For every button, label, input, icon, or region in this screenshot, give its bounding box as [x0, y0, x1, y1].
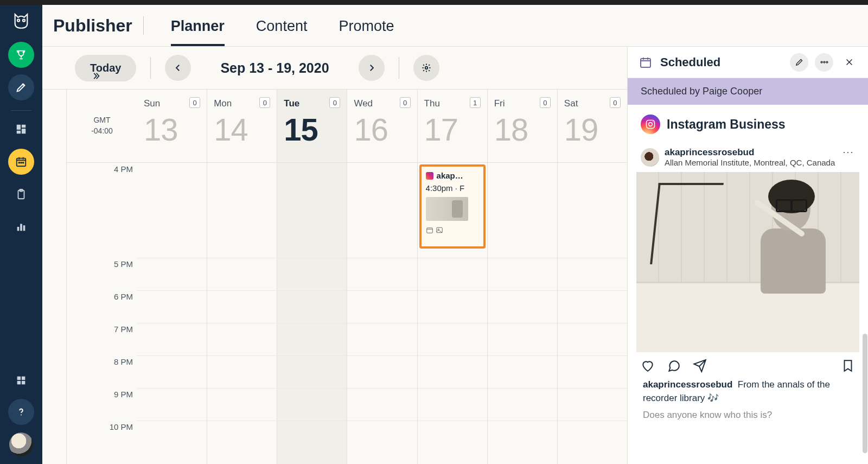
bookmark-icon[interactable] — [841, 359, 855, 375]
more-button[interactable] — [815, 53, 833, 72]
detail-status: Scheduled — [660, 55, 783, 69]
analytics-icon[interactable] — [8, 214, 34, 240]
svg-rect-12 — [17, 227, 20, 231]
svg-rect-2 — [17, 125, 21, 130]
close-button[interactable] — [840, 53, 858, 72]
post-avatar — [641, 148, 659, 167]
prev-week-button[interactable] — [165, 55, 191, 81]
svg-rect-16 — [22, 377, 25, 380]
scheduled-post-card[interactable]: akap… 4:30pm · F — [419, 164, 486, 249]
svg-point-7 — [18, 162, 20, 163]
time-gutter: 4 PM5 PM6 PM7 PM8 PM9 PM10 PM — [66, 163, 137, 464]
svg-point-0 — [17, 19, 20, 21]
instagram-icon — [641, 115, 660, 134]
like-icon[interactable] — [641, 359, 655, 375]
post-caption-line2: Does anyone know who this is? — [636, 410, 859, 434]
day-number: 19 — [564, 112, 621, 147]
post-image — [636, 172, 859, 352]
hour-label: 7 PM — [114, 325, 137, 355]
post-count-badge: 0 — [329, 97, 340, 108]
day-column[interactable]: Tue 15 0 — [277, 90, 347, 464]
svg-rect-21 — [426, 228, 432, 233]
svg-rect-15 — [17, 377, 21, 380]
calendar-mini-icon — [426, 226, 433, 234]
week-grid: Sun 13 0Mon 14 0Tue 15 0Wed 16 0Thu — [137, 90, 627, 464]
svg-point-29 — [649, 123, 653, 126]
day-number: 14 — [214, 112, 270, 147]
image-mini-icon — [436, 226, 443, 234]
event-time: 4:30pm · F — [426, 183, 479, 193]
tab-promote[interactable]: Promote — [339, 6, 394, 46]
svg-rect-4 — [22, 129, 25, 134]
svg-point-8 — [21, 162, 22, 163]
tab-content[interactable]: Content — [256, 6, 308, 46]
post-more-icon[interactable]: ⋮ — [842, 147, 855, 157]
day-number: 13 — [144, 112, 200, 147]
hour-label: 6 PM — [114, 292, 137, 323]
post-count-badge: 0 — [189, 97, 200, 108]
next-week-button[interactable] — [359, 55, 385, 81]
post-location[interactable]: Allan Memorial Institute, Montreal, QC, … — [665, 158, 835, 168]
hour-label: 10 PM — [110, 422, 137, 453]
nav-rail — [0, 5, 42, 464]
scheduled-status-icon — [637, 54, 654, 71]
achievements-icon[interactable] — [8, 42, 34, 68]
day-column[interactable]: Sun 13 0 — [137, 90, 207, 464]
app-header: Publisher Planner Content Promote — [42, 5, 868, 47]
clipboard-icon[interactable] — [8, 181, 34, 207]
owl-logo-icon — [11, 11, 31, 31]
date-range: Sep 13 - 19, 2020 — [220, 60, 329, 76]
svg-rect-24 — [641, 59, 650, 67]
day-column[interactable]: Fri 18 0 — [488, 90, 558, 464]
day-column[interactable]: Sat 19 0 — [558, 90, 627, 464]
svg-point-1 — [23, 19, 25, 21]
scrollbar[interactable] — [863, 334, 867, 453]
tab-planner[interactable]: Planner — [171, 6, 225, 46]
post-count-badge: 0 — [540, 97, 551, 108]
svg-point-20 — [425, 67, 427, 69]
svg-point-19 — [21, 415, 22, 416]
svg-rect-14 — [23, 225, 25, 231]
network-name: Instagram Business — [667, 117, 786, 132]
user-avatar[interactable] — [9, 433, 33, 456]
today-button[interactable]: Today — [75, 55, 136, 81]
post-preview: akaprincessrosebud Allan Memorial Instit… — [636, 143, 859, 434]
day-number: 18 — [494, 112, 551, 147]
event-username: akap… — [437, 171, 479, 180]
expand-sidebar-icon[interactable] — [87, 67, 105, 85]
day-column[interactable]: Wed 16 0 — [347, 90, 417, 464]
post-detail-panel: Scheduled Scheduled by Paige Cooper Inst… — [627, 47, 868, 464]
compose-icon[interactable] — [8, 74, 34, 100]
calendar-toolbar: Today Sep 13 - 19, 2020 — [42, 47, 627, 89]
svg-rect-3 — [22, 125, 25, 128]
streams-icon[interactable] — [8, 116, 34, 142]
hour-label: 4 PM — [114, 164, 137, 258]
svg-rect-28 — [647, 120, 655, 129]
help-icon[interactable] — [8, 399, 34, 425]
apps-icon[interactable] — [8, 367, 34, 393]
post-caption: akaprincessrosebud From the annals of th… — [636, 378, 859, 409]
svg-point-27 — [826, 61, 828, 63]
edit-button[interactable] — [790, 53, 808, 72]
day-number: 15 — [284, 112, 340, 147]
timezone-label: GMT -04:00 — [66, 90, 137, 163]
planner-icon[interactable] — [8, 149, 34, 175]
svg-point-9 — [23, 162, 24, 163]
scheduled-by-row: Scheduled by Paige Cooper — [628, 78, 868, 105]
comment-icon[interactable] — [667, 359, 681, 375]
instagram-icon — [426, 172, 433, 180]
svg-point-30 — [653, 122, 654, 123]
day-column[interactable]: Mon 14 0 — [207, 90, 277, 464]
share-icon[interactable] — [693, 359, 707, 375]
hour-label: 5 PM — [114, 259, 137, 290]
day-column[interactable]: Thu 17 1 akap… 4:30pm · F — [418, 90, 488, 464]
day-number: 17 — [424, 112, 481, 147]
post-count-badge: 0 — [610, 97, 621, 108]
settings-button[interactable] — [413, 55, 439, 81]
event-thumbnail — [426, 197, 468, 221]
svg-point-25 — [821, 61, 822, 63]
post-username[interactable]: akaprincessrosebud — [665, 147, 835, 158]
hour-label: 9 PM — [114, 390, 137, 421]
page-title: Publisher — [53, 16, 132, 36]
day-number: 16 — [354, 112, 410, 147]
